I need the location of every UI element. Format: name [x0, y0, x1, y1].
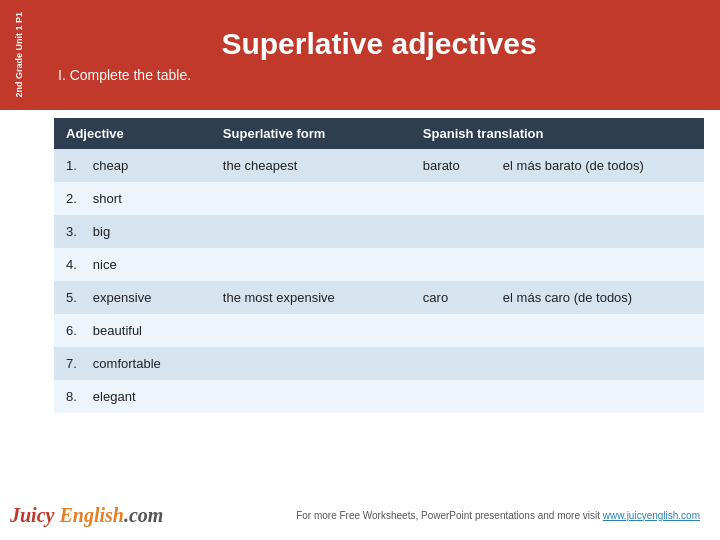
footer-logo: Juicy English.com	[10, 504, 163, 527]
cell-num: 7.	[54, 347, 81, 380]
cell-spanish1	[411, 215, 491, 248]
side-label: 2nd Grade Unit 1 P1	[0, 0, 38, 110]
cell-spanish1	[411, 314, 491, 347]
cell-adjective: nice	[81, 248, 211, 281]
cell-superlative	[211, 314, 411, 347]
cell-adjective: big	[81, 215, 211, 248]
cell-spanish1: caro	[411, 281, 491, 314]
cell-superlative	[211, 182, 411, 215]
cell-num: 1.	[54, 149, 81, 182]
table-area: Adjective Superlative form Spanish trans…	[38, 110, 720, 490]
cell-spanish1	[411, 248, 491, 281]
table-row: 8. elegant	[54, 380, 704, 413]
cell-spanish2	[491, 248, 704, 281]
cell-num: 6.	[54, 314, 81, 347]
adjective-table: Adjective Superlative form Spanish trans…	[54, 118, 704, 413]
col-header-adjective: Adjective	[54, 118, 211, 149]
cell-spanish2: el más barato (de todos)	[491, 149, 704, 182]
table-row: 7. comfortable	[54, 347, 704, 380]
cell-adjective: beautiful	[81, 314, 211, 347]
cell-adjective: elegant	[81, 380, 211, 413]
cell-num: 5.	[54, 281, 81, 314]
cell-num: 2.	[54, 182, 81, 215]
cell-spanish1	[411, 380, 491, 413]
side-label-text: 2nd Grade Unit 1 P1	[14, 12, 25, 98]
cell-superlative	[211, 347, 411, 380]
footer: Juicy English.com For more Free Workshee…	[0, 490, 720, 540]
table-row: 2. short	[54, 182, 704, 215]
cell-spanish1	[411, 347, 491, 380]
page-subtitle: I. Complete the table.	[58, 67, 700, 83]
table-row: 4. nice	[54, 248, 704, 281]
cell-num: 4.	[54, 248, 81, 281]
cell-adjective: comfortable	[81, 347, 211, 380]
col-header-spanish: Spanish translation	[411, 118, 704, 149]
col-header-superlative: Superlative form	[211, 118, 411, 149]
cell-superlative: the cheapest	[211, 149, 411, 182]
cell-spanish2	[491, 215, 704, 248]
cell-num: 8.	[54, 380, 81, 413]
cell-spanish2	[491, 380, 704, 413]
footer-text: For more Free Worksheets, PowerPoint pre…	[296, 510, 700, 521]
cell-spanish2	[491, 314, 704, 347]
table-row: 5. expensive the most expensive caro el …	[54, 281, 704, 314]
cell-superlative	[211, 215, 411, 248]
cell-superlative	[211, 248, 411, 281]
cell-spanish2	[491, 347, 704, 380]
cell-superlative	[211, 380, 411, 413]
cell-spanish2: el más caro (de todos)	[491, 281, 704, 314]
cell-spanish2	[491, 182, 704, 215]
table-row: 1. cheap the cheapest barato el más bara…	[54, 149, 704, 182]
cell-superlative: the most expensive	[211, 281, 411, 314]
table-row: 6. beautiful	[54, 314, 704, 347]
cell-spanish1: barato	[411, 149, 491, 182]
table-row: 3. big	[54, 215, 704, 248]
cell-adjective: short	[81, 182, 211, 215]
cell-adjective: expensive	[81, 281, 211, 314]
page-title: Superlative adjectives	[221, 27, 536, 61]
header: Superlative adjectives I. Complete the t…	[38, 0, 720, 110]
cell-num: 3.	[54, 215, 81, 248]
footer-link[interactable]: www.juicyenglish.com	[603, 510, 700, 521]
cell-spanish1	[411, 182, 491, 215]
cell-adjective: cheap	[81, 149, 211, 182]
